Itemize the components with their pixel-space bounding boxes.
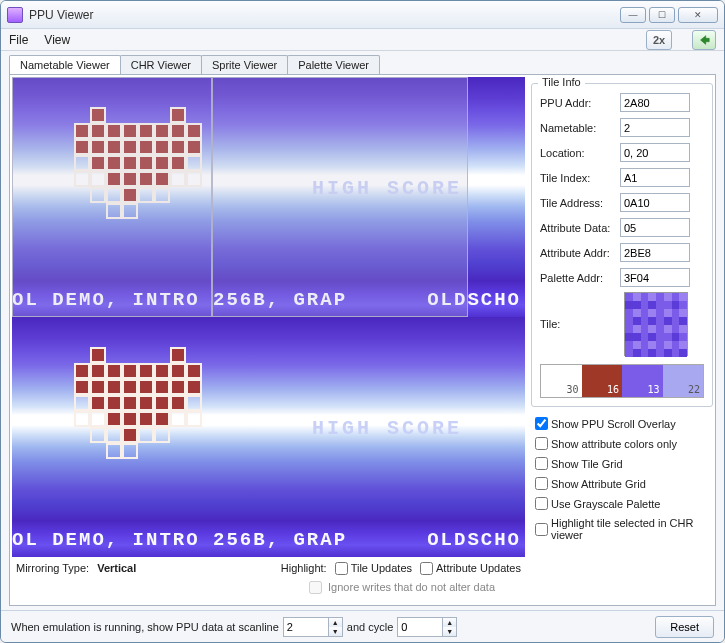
app-icon [7, 7, 23, 23]
back-button[interactable] [692, 30, 716, 50]
cycle-spinner[interactable]: ▲▼ [397, 617, 457, 637]
tile-preview-label: Tile: [540, 318, 620, 330]
scroll-text-right: OLDSCHO [427, 529, 521, 551]
zoom-button[interactable]: 2x [646, 30, 672, 50]
ignore-writes-label: Ignore writes that do not alter data [328, 581, 495, 593]
tile-preview [624, 292, 688, 356]
scanline-pre-label: When emulation is running, show PPU data… [11, 621, 279, 633]
nametable-label: Nametable: [540, 122, 620, 134]
tile-info-group: Tile Info PPU Addr: Nametable: Location:… [531, 83, 713, 407]
spinner-down-icon[interactable]: ▼ [329, 627, 342, 636]
location-label: Location: [540, 147, 620, 159]
nametable-field[interactable] [620, 118, 690, 137]
pal-addr-field[interactable] [620, 268, 690, 287]
maximize-button[interactable]: ☐ [649, 7, 675, 23]
scanline-spinner[interactable]: ▲▼ [283, 617, 343, 637]
heart-pattern [74, 347, 202, 459]
palette-swatch[interactable]: 22 [663, 365, 704, 397]
scanline-input[interactable] [284, 618, 328, 636]
show-attr-grid-checkbox[interactable]: Show Attribute Grid [535, 477, 713, 490]
ignore-row: Ignore writes that do not alter data [12, 578, 525, 596]
cycle-input[interactable] [398, 618, 442, 636]
viewer-column: HIGH SCORE OL DEMO, INTRO 256B, GRAP OLD… [12, 77, 525, 603]
location-field[interactable] [620, 143, 690, 162]
info-column: Tile Info PPU Addr: Nametable: Location:… [525, 77, 713, 603]
attr-updates-checkbox[interactable]: Attribute Updates [420, 562, 521, 575]
tile-index-label: Tile Index: [540, 172, 620, 184]
menu-view[interactable]: View [44, 33, 70, 47]
spinner-up-icon[interactable]: ▲ [329, 618, 342, 627]
tab-palette[interactable]: Palette Viewer [287, 55, 380, 74]
bottom-bar: When emulation is running, show PPU data… [1, 610, 724, 642]
grayscale-checkbox[interactable]: Use Grayscale Palette [535, 497, 713, 510]
ppu-addr-field[interactable] [620, 93, 690, 112]
mirroring-label: Mirroring Type: [16, 562, 89, 574]
tab-panel: HIGH SCORE OL DEMO, INTRO 256B, GRAP OLD… [9, 74, 716, 606]
tile-index-field[interactable] [620, 168, 690, 187]
high-score-text: HIGH SCORE [312, 417, 462, 440]
scroll-text-right: OLDSCHO [427, 289, 521, 311]
palette-swatch[interactable]: 16 [582, 365, 623, 397]
nametable-canvas[interactable]: HIGH SCORE OL DEMO, INTRO 256B, GRAP OLD… [12, 77, 525, 558]
spinner-down-icon[interactable]: ▼ [443, 627, 456, 636]
show-tile-grid-checkbox[interactable]: Show Tile Grid [535, 457, 713, 470]
ppu-addr-label: PPU Addr: [540, 97, 620, 109]
reset-button[interactable]: Reset [655, 616, 714, 638]
attr-addr-field[interactable] [620, 243, 690, 262]
arrow-left-icon [697, 33, 711, 47]
highlight-label: Highlight: [281, 562, 327, 574]
ignore-writes-checkbox [309, 581, 322, 594]
tile-info-title: Tile Info [538, 76, 585, 88]
attr-addr-label: Attribute Addr: [540, 247, 620, 259]
palette-swatch[interactable]: 13 [622, 365, 663, 397]
attr-data-field[interactable] [620, 218, 690, 237]
mirroring-value: Vertical [97, 562, 136, 574]
show-attr-colors-checkbox[interactable]: Show attribute colors only [535, 437, 713, 450]
highlight-chr-checkbox[interactable]: Highlight tile selected in CHR viewer [535, 517, 713, 541]
nametable-bottom: HIGH SCORE OL DEMO, INTRO 256B, GRAP OLD… [12, 317, 525, 557]
menu-file[interactable]: File [9, 33, 28, 47]
attr-data-label: Attribute Data: [540, 222, 620, 234]
options-group: Show PPU Scroll Overlay Show attribute c… [531, 417, 713, 541]
tile-updates-checkbox[interactable]: Tile Updates [335, 562, 412, 575]
tab-strip: Nametable Viewer CHR Viewer Sprite Viewe… [1, 51, 724, 74]
tile-address-label: Tile Address: [540, 197, 620, 209]
heart-pattern [74, 107, 202, 219]
tab-chr[interactable]: CHR Viewer [120, 55, 202, 74]
high-score-text: HIGH SCORE [312, 177, 462, 200]
tab-nametable[interactable]: Nametable Viewer [9, 55, 121, 74]
cycle-label: and cycle [347, 621, 393, 633]
window: PPU Viewer — ☐ ✕ File View 2x Nametable … [0, 0, 725, 643]
spinner-up-icon[interactable]: ▲ [443, 618, 456, 627]
minimize-button[interactable]: — [620, 7, 646, 23]
titlebar: PPU Viewer — ☐ ✕ [1, 1, 724, 29]
menubar: File View 2x [1, 29, 724, 51]
palette-row: 30161322 [540, 364, 704, 398]
tile-address-field[interactable] [620, 193, 690, 212]
viewer-statusbar: Mirroring Type: Vertical Highlight: Tile… [12, 558, 525, 578]
pal-addr-label: Palette Addr: [540, 272, 620, 284]
tab-sprite[interactable]: Sprite Viewer [201, 55, 288, 74]
window-title: PPU Viewer [29, 8, 620, 22]
nametable-top: HIGH SCORE OL DEMO, INTRO 256B, GRAP OLD… [12, 77, 525, 317]
show-scroll-overlay-checkbox[interactable]: Show PPU Scroll Overlay [535, 417, 713, 430]
palette-swatch[interactable]: 30 [541, 365, 582, 397]
close-button[interactable]: ✕ [678, 7, 718, 23]
